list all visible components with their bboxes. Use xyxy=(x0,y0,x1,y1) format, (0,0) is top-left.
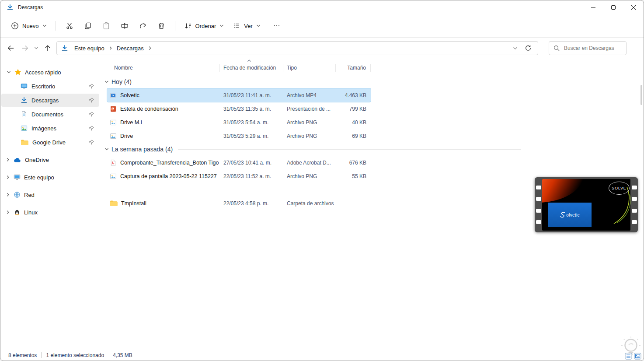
png-file-icon xyxy=(110,119,117,126)
more-options-button[interactable] xyxy=(268,18,286,33)
address-dropdown-chevron-icon[interactable] xyxy=(513,46,518,51)
sidebar-item-este-equipo[interactable]: Este equipo xyxy=(0,171,100,184)
share-button[interactable] xyxy=(134,18,152,33)
view-button-label: Ver xyxy=(244,23,253,29)
details-view-toggle[interactable] xyxy=(625,353,632,360)
chevron-right-icon[interactable] xyxy=(107,46,114,50)
video-preview-frame: SOLVE olvetic xyxy=(542,179,630,231)
file-row-captura-de-pantalla-2023-05-22-115227[interactable]: Captura de pantalla 2023-05-22 11522722/… xyxy=(107,169,371,183)
breadcrumb-este-equipo[interactable]: Este equipo xyxy=(72,45,107,52)
chevron-down-icon xyxy=(7,70,11,74)
item-count: 8 elementos xyxy=(8,352,37,358)
network-icon xyxy=(14,191,21,198)
column-header-nombre[interactable]: Nombre xyxy=(107,64,220,72)
pin-icon xyxy=(89,84,94,89)
sidebar-item-imagenes[interactable]: Imágenes xyxy=(1,122,99,135)
up-button[interactable] xyxy=(41,41,55,55)
column-header-tamano[interactable]: Tamaño xyxy=(336,64,371,72)
file-row-estela-de-condensacion[interactable]: Estela de condensación31/05/23 11:35 a. … xyxy=(107,102,371,116)
file-row-drive-m-i[interactable]: Drive M.I31/05/23 5:54 a. m.Archivo PNG4… xyxy=(107,116,371,129)
file-size-cell: 55 KB xyxy=(336,169,371,183)
file-date-cell: 22/05/23 4:58 p. m. xyxy=(220,196,283,210)
sidebar-item-red[interactable]: Red xyxy=(0,188,100,201)
column-headers: Nombre Fecha de modificación Tipo Tamaño xyxy=(107,62,644,74)
sidebar-item-escritorio[interactable]: Escritorio xyxy=(1,80,99,93)
file-size-cell: 676 KB xyxy=(336,156,371,169)
new-button[interactable]: Nuevo xyxy=(7,19,51,33)
file-row-comprobante-transferencia-boton-tigo[interactable]: Comprobante_Transferencia_Boton Tigo27/0… xyxy=(107,156,371,169)
more-icon xyxy=(273,22,281,30)
sidebar-item-label: Imágenes xyxy=(31,125,56,132)
navigation-pane: Acceso rápidoEscritorioDescargasDocument… xyxy=(0,59,100,350)
vertical-scrollbar-thumb[interactable] xyxy=(641,85,642,105)
search-icon xyxy=(553,45,560,51)
delete-button[interactable] xyxy=(152,18,171,33)
filmstrip-holes-left xyxy=(535,178,542,231)
forward-button[interactable] xyxy=(18,41,32,55)
file-date-cell: 27/05/23 10:41 a. m. xyxy=(220,156,283,169)
file-row-solvetic[interactable]: Solvetic31/05/23 11:41 a. m.Archivo MP44… xyxy=(107,88,371,102)
arrow-left-icon xyxy=(7,44,15,52)
sort-icon xyxy=(184,22,192,30)
cut-button[interactable] xyxy=(60,18,79,33)
search-box[interactable] xyxy=(549,41,627,55)
ppt-file-icon xyxy=(110,105,117,112)
sidebar-item-onedrive[interactable]: OneDrive xyxy=(0,153,100,166)
minimize-button[interactable] xyxy=(583,0,603,14)
sidebar-item-linux[interactable]: Linux xyxy=(0,206,100,219)
solve-badge: SOLVE xyxy=(609,182,630,195)
paste-button[interactable] xyxy=(97,18,115,33)
view-button[interactable]: Ver xyxy=(228,19,265,33)
sidebar-item-label: OneDrive xyxy=(25,157,49,163)
refresh-icon[interactable] xyxy=(525,45,532,52)
toolbar-divider xyxy=(175,21,175,31)
chevron-down-icon xyxy=(256,24,261,28)
thumbnails-view-toggle[interactable] xyxy=(634,353,641,360)
recent-locations-button[interactable] xyxy=(32,41,41,55)
search-input[interactable] xyxy=(563,45,622,52)
mp4-file-icon xyxy=(110,92,117,99)
computer-icon xyxy=(14,174,21,181)
video-preview-popup[interactable]: SOLVE olvetic xyxy=(535,177,638,232)
linux-icon xyxy=(14,209,21,216)
sidebar-item-descargas[interactable]: Descargas xyxy=(1,94,99,107)
file-type-cell: Adobe Acrobat D... xyxy=(283,156,336,169)
sidebar-item-label: Linux xyxy=(24,209,38,216)
address-bar[interactable]: Este equipo Descargas xyxy=(56,41,538,55)
chevron-down-icon xyxy=(219,24,224,28)
toolbar-divider xyxy=(56,21,56,31)
sidebar-item-documentos[interactable]: Documentos xyxy=(1,108,99,121)
cut-icon xyxy=(66,22,73,30)
pin-icon xyxy=(89,112,94,117)
file-date-cell: 31/05/23 11:35 a. m. xyxy=(220,102,283,116)
column-header-tipo[interactable]: Tipo xyxy=(283,64,336,72)
file-name-cell: Drive M.I xyxy=(107,116,220,129)
sidebar-section-quick-access[interactable]: Acceso rápido xyxy=(1,66,99,79)
status-bar: 8 elementos 1 elemento seleccionado 4,35… xyxy=(0,350,644,361)
sidebar-item-google-drive[interactable]: Google Drive xyxy=(1,136,99,149)
file-date-cell: 22/05/23 11:52 a. m. xyxy=(220,169,283,183)
rename-button[interactable] xyxy=(115,18,134,33)
file-name-cell: Drive xyxy=(107,129,220,143)
solvetic-logo: olvetic xyxy=(548,203,592,227)
pdf-file-icon xyxy=(110,159,117,166)
maximize-button[interactable] xyxy=(603,0,623,14)
sidebar-item-label: Descargas xyxy=(31,97,59,104)
back-button[interactable] xyxy=(4,41,18,55)
chevron-right-icon[interactable] xyxy=(146,46,153,50)
sort-button[interactable]: Ordenar xyxy=(180,19,229,33)
file-size-cell: 4.463 KB xyxy=(336,88,371,102)
group-header-hoy-4-[interactable]: Hoy (4) xyxy=(104,75,521,88)
file-row-tmpinstall[interactable]: TmpInstall22/05/23 4:58 p. m.Carpeta de … xyxy=(107,196,371,210)
column-header-fecha[interactable]: Fecha de modificación xyxy=(220,64,283,72)
breadcrumb-descargas[interactable]: Descargas xyxy=(114,45,146,52)
sidebar-item-label: Red xyxy=(24,192,35,198)
window-title: Descargas xyxy=(18,4,43,11)
file-row-drive[interactable]: Drive31/05/23 5:29 a. m.Archivo PNG69 KB xyxy=(107,129,371,143)
group-header-la-semana-pasada-4-[interactable]: La semana pasada (4) xyxy=(104,143,521,156)
star-icon xyxy=(14,69,21,76)
close-button[interactable] xyxy=(623,0,644,14)
copy-button[interactable] xyxy=(79,18,97,33)
file-type-cell: Archivo PNG xyxy=(283,116,336,129)
folder-icon xyxy=(21,139,28,146)
